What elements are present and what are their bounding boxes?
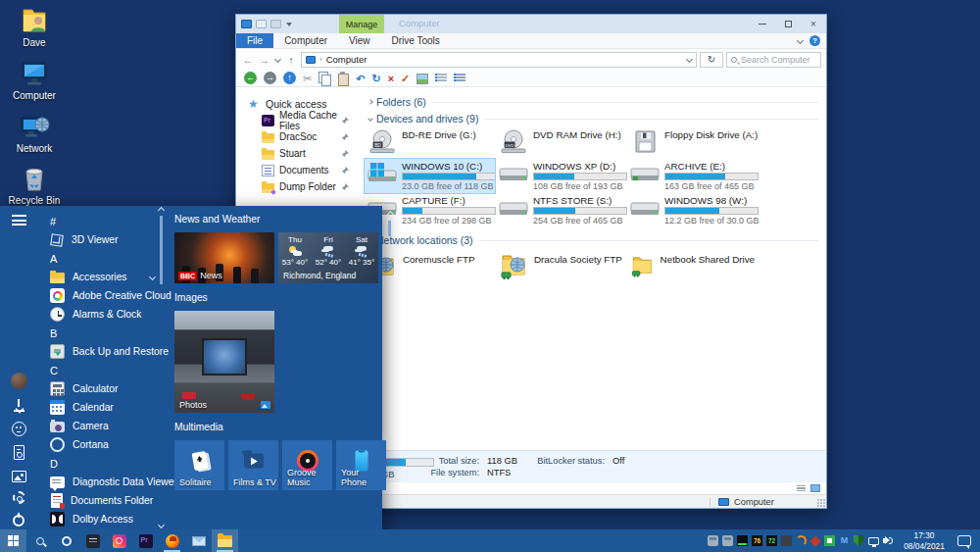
pin-icon[interactable] <box>342 133 349 140</box>
hamburger-menu-icon[interactable] <box>12 215 26 226</box>
tray-temperature-2[interactable]: 72 <box>766 535 777 546</box>
start-button[interactable] <box>0 529 26 552</box>
drive-item-windows98[interactable]: WINDOWS 98 (W:) 12.2 GB free of 30.0 GB <box>627 193 758 227</box>
pin-icon[interactable] <box>342 167 349 174</box>
preview-icon[interactable] <box>416 74 428 84</box>
help-icon[interactable]: ? <box>809 35 820 46</box>
paste-icon[interactable] <box>337 72 349 84</box>
close-button[interactable]: × <box>801 15 826 33</box>
group-header-folders[interactable]: Folders (6) <box>365 94 818 110</box>
desktop-icon-computer[interactable]: Computer <box>2 59 67 101</box>
network-item-dracula-society[interactable]: Dracula Society FTP <box>496 249 626 282</box>
app-list-header[interactable]: # <box>37 212 165 230</box>
sidebar-item-media-cache-files[interactable]: Media Cache Files <box>236 112 359 128</box>
sidebar-item-stuart[interactable]: Stuart <box>236 145 359 162</box>
qat-customize-dropdown-icon[interactable] <box>286 23 292 26</box>
app-item-diagnostic-data-viewer[interactable]: Diagnostic Data Viewer <box>37 473 165 491</box>
taskbar-clock[interactable]: 17:30 08/04/2021 <box>898 530 951 551</box>
tray-audio-app-icon[interactable] <box>796 535 807 546</box>
search-box[interactable]: Search Computer <box>726 52 821 68</box>
sidebar-item-documents[interactable]: Documents <box>236 162 359 178</box>
resize-grip[interactable] <box>817 499 825 507</box>
back-icon[interactable]: ← <box>241 54 255 66</box>
desktop-icon-dave[interactable]: Dave <box>2 6 67 48</box>
address-dropdown-icon[interactable] <box>686 56 693 63</box>
address-bar[interactable]: › Computer <box>301 52 697 68</box>
toolbar-forward-button[interactable]: → <box>264 72 276 84</box>
tile-solitaire[interactable]: Solitaire <box>174 440 224 490</box>
app-item-backup-restore[interactable]: Back Up and Restore <box>37 342 165 361</box>
drive-item-windows10[interactable]: WINDOWS 10 (C:) 23.0 GB free of 118 GB <box>365 159 495 193</box>
taskbar-file-explorer-button[interactable] <box>212 529 238 552</box>
people-icon[interactable] <box>12 422 26 436</box>
checkmark-icon[interactable]: ✓ <box>401 72 410 85</box>
tray-gpu-monitor-icon[interactable] <box>737 535 748 546</box>
minimize-button[interactable] <box>750 15 775 33</box>
pin-icon[interactable] <box>342 183 349 190</box>
taskbar-firefox-button[interactable] <box>159 529 185 552</box>
tile-your-phone[interactable]: Your Phone <box>336 440 386 490</box>
scroll-up-icon[interactable] <box>387 211 394 218</box>
app-item-calendar[interactable]: Calendar <box>37 398 165 417</box>
desktop-icon-network[interactable]: Network <box>2 112 67 154</box>
tray-app-icon[interactable] <box>824 535 835 546</box>
qat-properties-button[interactable] <box>256 20 267 28</box>
network-item-netbook-share[interactable]: Netbook Shared Drive <box>627 249 758 282</box>
app-item-accessories[interactable]: Accessories <box>37 268 165 286</box>
app-item-3d-viewer[interactable]: 3D Viewer <box>37 230 165 249</box>
tray-app-icon[interactable] <box>809 535 820 546</box>
tab-file[interactable]: File <box>236 33 273 48</box>
tile-weather[interactable]: Thu 53° 40° Fri 52° 40° Sat 41° 35° <box>278 232 378 283</box>
tray-app-icon[interactable] <box>781 535 792 546</box>
tray-app-m-icon[interactable]: M <box>839 535 850 546</box>
tab-drive-tools[interactable]: Drive Tools <box>381 33 451 48</box>
recent-locations-icon[interactable] <box>274 56 281 63</box>
drive-item-archive[interactable]: ARCHIVE (E:) 163 GB free of 465 GB <box>627 159 758 193</box>
tab-computer[interactable]: Computer <box>273 33 338 48</box>
network-status-icon[interactable] <box>868 537 879 545</box>
toolbar-back-button[interactable]: ← <box>244 72 257 84</box>
tile-photos[interactable]: Photos <box>174 311 274 413</box>
manage-contextual-tab[interactable]: Manage <box>339 15 384 33</box>
volume-icon[interactable] <box>883 535 894 546</box>
sidebar-item-dump-folder[interactable]: Dump Folder <box>236 178 359 195</box>
app-list-scrollbar[interactable] <box>160 208 164 529</box>
tab-view[interactable]: View <box>338 33 381 48</box>
power-icon[interactable] <box>13 515 24 527</box>
taskbar-camera-app-button[interactable] <box>106 529 132 552</box>
refresh-button[interactable]: ↻ <box>700 52 723 68</box>
taskbar-mail-button[interactable] <box>185 529 212 552</box>
app-item-camera[interactable]: Camera <box>37 417 165 435</box>
tray-temperature-1[interactable]: 76 <box>752 535 762 546</box>
cut-icon[interactable]: ✂ <box>303 72 312 85</box>
app-item-cortana[interactable]: Cortana <box>37 435 165 454</box>
group-header-network[interactable]: Network locations (3) <box>365 232 818 248</box>
settings-gear-icon[interactable] <box>13 491 25 504</box>
desktop-icon-recycle-bin[interactable]: Recycle Bin <box>2 164 67 206</box>
toolbar-up-button[interactable]: ↑ <box>283 72 296 84</box>
icons-view-toggle-icon[interactable] <box>810 484 820 492</box>
tile-group-header-images[interactable]: Images <box>174 292 386 307</box>
tray-security-shield-icon[interactable] <box>854 535 864 546</box>
app-list-header[interactable]: D <box>37 454 165 473</box>
tile-films-tv[interactable]: Films & TV <box>228 440 278 490</box>
up-icon[interactable]: ↑ <box>284 54 298 66</box>
delete-icon[interactable]: × <box>388 72 394 85</box>
app-item-alarms-clock[interactable]: Alarms & Clock <box>37 305 165 324</box>
undo-icon[interactable]: ↶ <box>356 72 365 85</box>
expand-ribbon-icon[interactable] <box>797 37 804 44</box>
app-item-documents-folder[interactable]: Documents Folder <box>37 491 165 510</box>
pin-icon[interactable] <box>342 150 349 157</box>
tile-group-header-news[interactable]: News and Weather <box>174 214 386 228</box>
group-header-devices[interactable]: Devices and drives (9) <box>365 111 818 126</box>
app-item-calculator[interactable]: Calculator <box>37 379 165 398</box>
refresh-icon[interactable]: ↻ <box>371 72 380 85</box>
tile-group-header-multimedia[interactable]: Multimedia <box>174 422 386 436</box>
breadcrumb[interactable]: Computer <box>326 54 368 65</box>
copy-icon[interactable] <box>318 72 330 84</box>
taskbar-video-app-button[interactable] <box>79 529 106 552</box>
pin-icon[interactable] <box>342 117 349 124</box>
tile-groove-music[interactable]: Groove Music <box>282 440 332 490</box>
taskbar-premiere-button[interactable] <box>132 529 159 552</box>
qat-new-folder-button[interactable] <box>270 20 281 28</box>
